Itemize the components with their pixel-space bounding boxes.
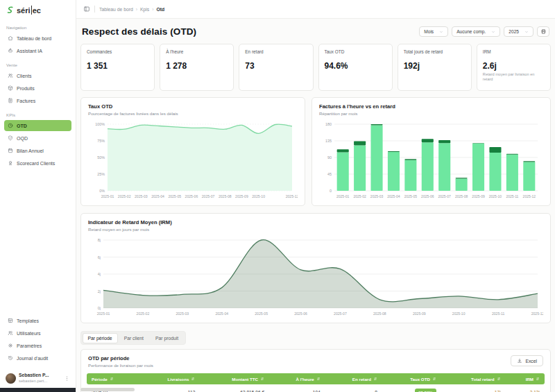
column-header-total-retard[interactable]: Total retard: [441, 373, 506, 384]
home-icon: [8, 35, 13, 41]
sidebar-item-label: Tableau de bord: [17, 36, 51, 41]
table-head-titles: OTD par période Performance de livraison…: [88, 355, 153, 368]
sidebar-item-scorecard-clients[interactable]: Scorecard Clients: [4, 157, 71, 169]
sidebar-item-journal-d-audit[interactable]: Journal d'audit: [4, 352, 71, 364]
sidebar-item-parametres[interactable]: Paramètres: [4, 340, 71, 351]
sidebar-item-assistant-ia[interactable]: Assistant IA: [4, 45, 71, 56]
kpi-note: Retard moyen par livraison en retard: [483, 72, 545, 83]
sort-icon: [373, 377, 377, 381]
tab-par-client[interactable]: Par client: [119, 333, 149, 343]
sidebar-item-produits[interactable]: Produits: [4, 83, 71, 94]
sidebar-item-oqd[interactable]: OQD: [4, 133, 71, 144]
comparison-select[interactable]: Aucune comp.: [452, 26, 500, 37]
avatar: [6, 373, 16, 384]
column-header-taux-otd[interactable]: Taux OTD: [382, 373, 441, 384]
svg-text:2025-09: 2025-09: [235, 194, 248, 198]
year-select[interactable]: 2025: [504, 26, 533, 37]
sidebar-item-bilan-annuel[interactable]: Bilan Annuel: [4, 145, 71, 156]
svg-text:2025-08: 2025-08: [219, 194, 232, 198]
tab-par-periode[interactable]: Par période: [83, 333, 118, 343]
sidebar-item-utilisateurs[interactable]: Utilisateurs: [4, 327, 71, 339]
kpi-value: 1 278: [166, 61, 228, 71]
column-header-en-retard[interactable]: En retard: [325, 373, 382, 384]
column-header-periode[interactable]: Période: [87, 373, 139, 384]
breadcrumb-item-kpis[interactable]: Kpis: [140, 7, 149, 12]
column-header-inner: Total retard: [446, 377, 501, 382]
svg-text:2025-01: 2025-01: [101, 194, 114, 198]
sidebar-item-label: Factures: [17, 99, 35, 103]
column-header-montant-ttc[interactable]: Montant TTC: [200, 373, 269, 384]
column-header-inner: Livraisons: [144, 377, 195, 382]
breadcrumb-separator: ›: [152, 7, 153, 12]
column-header-inner: Période: [92, 377, 134, 382]
printer-icon: [540, 28, 547, 35]
svg-text:2025-10: 2025-10: [489, 194, 502, 198]
main-area: Tableau de bord›Kpis›Otd Respect des dél…: [76, 0, 555, 392]
sidebar-item-label: Paramètres: [17, 343, 42, 348]
column-header-label: IRM: [526, 377, 533, 382]
export-excel-button[interactable]: Excel: [511, 355, 543, 366]
svg-text:8j: 8j: [98, 238, 101, 242]
svg-text:2025-05: 2025-05: [255, 312, 268, 316]
kpi-value: 94.6%: [325, 61, 386, 71]
sidebar-item-templates[interactable]: Templates: [4, 315, 71, 326]
brand-logo[interactable]: sériec: [0, 0, 76, 19]
column-header-a-l-heure[interactable]: À l'heure: [269, 373, 325, 384]
user-meta: Sebastien P... sebastien.pert...: [19, 373, 61, 384]
chart-title: Indicateur de Retard Moyen (IRM): [88, 219, 543, 225]
kpi-card-en-retard: En retard73: [239, 44, 313, 91]
topbar-divider: [94, 6, 95, 12]
filter-value: Aucune comp.: [456, 29, 486, 34]
table-title: OTD par période: [88, 355, 153, 361]
sidebar-nav: NavigationTableau de bordAssistant IAVen…: [0, 19, 76, 315]
export-excel-label: Excel: [525, 359, 537, 364]
breadcrumb-separator: ›: [136, 7, 137, 12]
chart-subtitle: Retard moyen en jours par mois: [88, 227, 543, 232]
table-row[interactable]: 2025-0111263 815,96 €104892,86%17j2.13j: [87, 384, 545, 392]
taux-otd-area-chart: 0%25%50%75%100%2025-012025-022025-032025…: [88, 119, 298, 200]
chart-card-irm: Indicateur de Retard Moyen (IRM) Retard …: [80, 213, 551, 323]
app-window: sériec NavigationTableau de bordAssistan…: [0, 0, 555, 392]
svg-text:0: 0: [330, 189, 332, 193]
sidebar-item-label: Assistant IA: [17, 49, 42, 53]
breadcrumb-item-tableau-de-bord[interactable]: Tableau de bord: [99, 7, 133, 12]
svg-text:4j: 4j: [98, 272, 101, 276]
svg-text:2025-09: 2025-09: [413, 312, 426, 316]
svg-text:2025-11: 2025-11: [506, 194, 518, 198]
dots-vertical-icon[interactable]: [64, 375, 70, 382]
charts-row: Taux OTD Pourcentage de factures livrées…: [80, 97, 551, 206]
svg-text:25%: 25%: [97, 172, 105, 176]
taux-otd-badge: 92,86%: [415, 389, 436, 392]
svg-text:2025-11: 2025-11: [492, 312, 504, 316]
column-header-label: Livraisons: [167, 377, 189, 382]
sidebar-item-label: Scorecard Clients: [17, 161, 55, 166]
granularity-select[interactable]: Mois: [419, 26, 448, 37]
horizontal-scrollbar-thumb[interactable]: [80, 388, 135, 391]
sidebar-item-label: Bilan Annuel: [17, 148, 44, 153]
svg-text:0%: 0%: [99, 189, 105, 193]
user-name: Sebastien P...: [19, 373, 61, 378]
sidebar-item-factures[interactable]: Factures: [4, 95, 71, 106]
page-title: Respect des délais (OTD): [82, 26, 196, 37]
tab-par-produit[interactable]: Par produit: [150, 333, 184, 343]
svg-text:45: 45: [327, 172, 332, 176]
nav-section-label-vente: Vente: [6, 62, 69, 67]
sidebar-item-tableau-de-bord[interactable]: Tableau de bord: [4, 33, 71, 44]
svg-text:2025-04: 2025-04: [387, 194, 400, 198]
sidebar-bottom-bar: [0, 388, 76, 392]
table-head: OTD par période Performance de livraison…: [81, 350, 550, 373]
svg-text:2025-08: 2025-08: [455, 194, 468, 198]
kpi-label: Total jours de retard: [404, 49, 466, 54]
svg-text:2025-07: 2025-07: [334, 312, 347, 316]
print-button[interactable]: [537, 26, 549, 37]
sidebar-item-clients[interactable]: Clients: [4, 70, 71, 81]
sidebar-item-otd[interactable]: OTD: [4, 120, 71, 131]
svg-text:2025-06: 2025-06: [421, 194, 434, 198]
filter-bar: MoisAucune comp.2025: [419, 26, 549, 37]
column-header-livraisons[interactable]: Livraisons: [139, 373, 200, 384]
kpi-value: 192j: [404, 61, 466, 71]
column-header-irm[interactable]: IRM: [506, 373, 545, 384]
title-row: Respect des délais (OTD) MoisAucune comp…: [82, 26, 549, 37]
svg-text:2025-06: 2025-06: [294, 312, 307, 316]
sidebar-toggle-icon[interactable]: [83, 6, 90, 12]
